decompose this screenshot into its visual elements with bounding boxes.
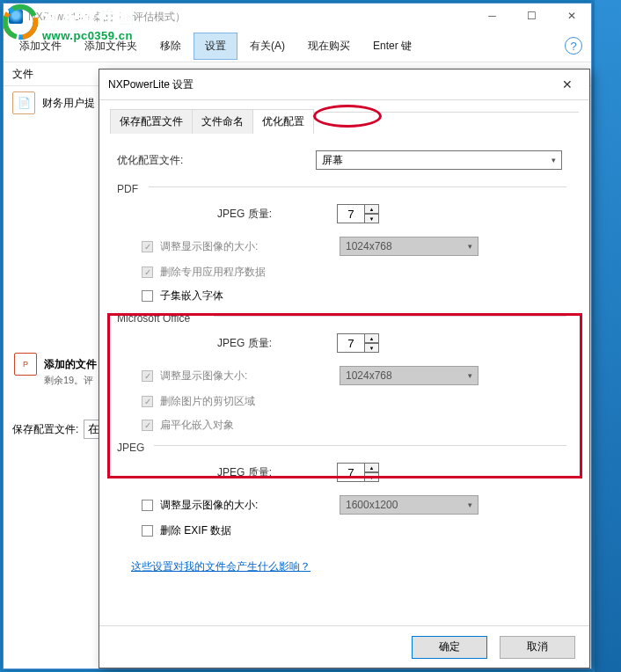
jpeg-quality-label: JPEG 质量: bbox=[117, 465, 293, 480]
spin-down-icon[interactable]: ▼ bbox=[365, 472, 379, 482]
office-resize-label: 调整显示图像大小: bbox=[160, 369, 332, 383]
menu-add-folder[interactable]: 添加文件夹 bbox=[74, 33, 148, 59]
file-sub: 剩余19。评 bbox=[44, 374, 97, 387]
ppt-icon: 📄 bbox=[12, 91, 35, 114]
jpeg-quality-spinner[interactable]: ▲▼ bbox=[337, 463, 379, 482]
menu-buy[interactable]: 现在购买 bbox=[297, 33, 361, 59]
close-icon[interactable]: ✕ bbox=[554, 73, 581, 96]
office-resize-select: 1024x768▾ bbox=[340, 366, 479, 385]
menu-settings[interactable]: 设置 bbox=[194, 33, 237, 60]
spin-up-icon[interactable]: ▲ bbox=[365, 333, 379, 343]
dialog-footer: 确定 取消 bbox=[99, 625, 589, 668]
ppt-icon: P bbox=[14, 353, 37, 376]
pdf-resize-select: 1024x768▾ bbox=[340, 237, 479, 256]
cancel-button[interactable]: 取消 bbox=[500, 636, 575, 659]
dialog-tabs: 保存配置文件 文件命名 优化配置 bbox=[110, 109, 579, 134]
minimize-button[interactable]: ─ bbox=[472, 4, 512, 28]
help-link[interactable]: 这些设置对我的文件会产生什么影响？ bbox=[131, 559, 310, 574]
watermark-logo bbox=[2, 2, 42, 42]
office-flatten-label: 扁平化嵌入对象 bbox=[160, 418, 234, 433]
pdf-quality-input[interactable] bbox=[337, 204, 365, 223]
office-flatten-check bbox=[142, 420, 153, 431]
pdf-section-title: PDF bbox=[117, 183, 572, 195]
jpeg-quality-label: JPEG 质量: bbox=[117, 207, 293, 222]
file-name: 财务用户提 bbox=[42, 96, 95, 111]
tab-file-naming[interactable]: 文件命名 bbox=[192, 109, 253, 134]
chevron-down-icon: ▾ bbox=[468, 500, 472, 509]
menu-remove[interactable]: 移除 bbox=[150, 33, 192, 59]
pdf-resize-check bbox=[142, 241, 153, 252]
jpeg-exif-label: 删除 EXIF 数据 bbox=[160, 523, 231, 538]
jpeg-section-title: JPEG bbox=[117, 442, 572, 454]
office-crop-label: 删除图片的剪切区域 bbox=[160, 394, 255, 409]
window-title: NXPowerLite 桌面 7（评估模式） bbox=[28, 10, 186, 25]
close-button[interactable]: ✕ bbox=[552, 4, 591, 28]
help-icon[interactable]: ? bbox=[565, 37, 582, 55]
spin-down-icon[interactable]: ▼ bbox=[365, 214, 379, 223]
tab-optimize[interactable]: 优化配置 bbox=[252, 109, 314, 134]
pdf-appdata-check bbox=[142, 267, 153, 278]
menubar: 添加文件 添加文件夹 移除 设置 有关(A) 现在购买 Enter 键 ? bbox=[4, 30, 591, 62]
spin-up-icon[interactable]: ▲ bbox=[365, 204, 379, 214]
dialog-body: 优化配置文件: 屏幕 ▾ PDF JPEG 质量: ▲▼ 调整显示图像的大小: … bbox=[99, 134, 589, 574]
maximize-button[interactable]: ☐ bbox=[512, 4, 552, 28]
office-quality-spinner[interactable]: ▲▼ bbox=[337, 333, 379, 353]
office-crop-check bbox=[142, 396, 153, 407]
profile-select[interactable]: 屏幕 ▾ bbox=[316, 150, 562, 170]
jpeg-resize-check[interactable] bbox=[142, 500, 153, 511]
dialog-title: NXPowerLite 设置 bbox=[108, 77, 194, 92]
settings-dialog: NXPowerLite 设置 ✕ 保存配置文件 文件命名 优化配置 优化配置文件… bbox=[99, 69, 590, 668]
pdf-subset-check[interactable] bbox=[142, 290, 153, 302]
profile-value: 屏幕 bbox=[322, 153, 343, 168]
office-section-title: Microsoft Office bbox=[117, 312, 572, 325]
chevron-down-icon: ▾ bbox=[468, 242, 472, 251]
dialog-titlebar: NXPowerLite 设置 ✕ bbox=[99, 69, 589, 99]
jpeg-resize-label: 调整显示图像的大小: bbox=[160, 498, 332, 513]
pdf-subset-label: 子集嵌入字体 bbox=[160, 289, 223, 303]
titlebar: NXPowerLite 桌面 7（评估模式） ─ ☐ ✕ bbox=[4, 4, 591, 30]
jpeg-quality-input[interactable] bbox=[337, 463, 365, 482]
menu-about[interactable]: 有关(A) bbox=[239, 33, 296, 59]
jpeg-resize-select: 1600x1200▾ bbox=[340, 495, 479, 515]
jpeg-exif-check[interactable] bbox=[142, 525, 153, 537]
pdf-appdata-label: 删除专用应用程序数据 bbox=[160, 265, 266, 280]
office-resize-check bbox=[142, 370, 153, 382]
spin-down-icon[interactable]: ▼ bbox=[365, 343, 379, 353]
tab-save-profile[interactable]: 保存配置文件 bbox=[110, 109, 193, 134]
save-profile-label: 保存配置文件: bbox=[12, 422, 78, 437]
ok-button[interactable]: 确定 bbox=[412, 636, 487, 659]
pdf-resize-label: 调整显示图像的大小: bbox=[160, 239, 332, 254]
desktop-background bbox=[595, 0, 621, 672]
profile-label: 优化配置文件: bbox=[117, 153, 223, 168]
pdf-quality-spinner[interactable]: ▲▼ bbox=[337, 204, 379, 223]
menu-enter-key[interactable]: Enter 键 bbox=[362, 33, 422, 59]
file-name: 添加的文件 bbox=[44, 357, 97, 372]
added-file-row[interactable]: P 添加的文件 剩余19。评 bbox=[14, 351, 97, 387]
jpeg-quality-label: JPEG 质量: bbox=[117, 336, 293, 351]
office-quality-input[interactable] bbox=[337, 333, 365, 353]
chevron-down-icon: ▾ bbox=[468, 371, 472, 380]
col-file: 文件 bbox=[12, 67, 33, 82]
chevron-down-icon: ▾ bbox=[552, 156, 556, 164]
spin-up-icon[interactable]: ▲ bbox=[365, 463, 379, 472]
